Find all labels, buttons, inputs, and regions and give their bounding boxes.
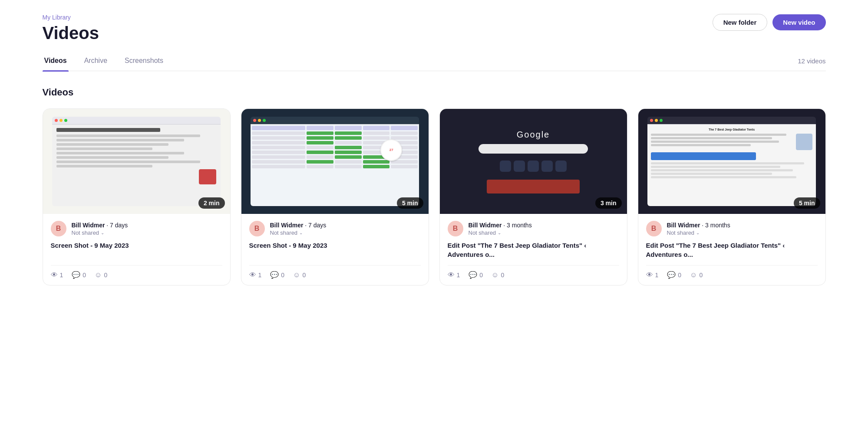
thumbnail: 27 5 min (241, 109, 429, 214)
time-ago-value: 7 days (110, 222, 128, 229)
google-search (479, 144, 588, 154)
card-info: B Bill Widmer · 3 months Not shared ⌄ (440, 214, 627, 285)
duration-badge: 5 min (397, 197, 423, 209)
chevron-down-icon: ⌄ (696, 230, 700, 235)
comments-stat: 💬 0 (469, 271, 483, 279)
separator: · (305, 222, 308, 229)
time-ago-value: 3 months (705, 222, 730, 229)
comment-icon: 💬 (469, 271, 477, 279)
sharing-label: Not shared (469, 230, 496, 236)
chevron-down-icon: ⌄ (299, 230, 303, 235)
author-name: Bill Widmer (270, 222, 304, 229)
reactions-count: 0 (104, 272, 107, 279)
comments-count: 0 (678, 272, 681, 279)
comments-stat: 💬 0 (270, 271, 284, 279)
new-video-button[interactable]: New video (772, 14, 825, 30)
new-folder-button[interactable]: New folder (713, 14, 768, 31)
avatar: B (448, 221, 463, 236)
video-card[interactable]: Google 3 min (439, 108, 627, 285)
page-title: Videos (43, 23, 826, 43)
reactions-count: 0 (501, 272, 504, 279)
reaction-icon: ☺ (95, 271, 102, 279)
reactions-stat: ☺ 0 (95, 271, 107, 279)
videos-grid: 2 min B Bill Widmer · 7 days Not shared … (43, 108, 826, 285)
section-title: Videos (43, 87, 826, 98)
video-card[interactable]: 27 5 min B Bill Widmer · 7 days (241, 108, 429, 285)
sharing-dropdown[interactable]: Not shared ⌄ (270, 230, 327, 236)
card-info: B Bill Widmer · 7 days Not shared ⌄ S (43, 214, 230, 285)
comments-count: 0 (83, 272, 86, 279)
video-title: Screen Shot - 9 May 2023 (51, 241, 222, 259)
comments-stat: 💬 0 (667, 271, 681, 279)
reactions-count: 0 (302, 272, 306, 279)
video-count: 12 videos (798, 57, 825, 71)
chevron-down-icon: ⌄ (498, 230, 501, 235)
eye-icon: 👁 (249, 271, 256, 279)
reaction-icon: ☺ (293, 271, 300, 279)
reactions-stat: ☺ 0 (293, 271, 306, 279)
card-info: B Bill Widmer · 7 days Not shared ⌄ S (241, 214, 429, 285)
tab-screenshots[interactable]: Screenshots (123, 57, 165, 71)
comments-stat: 💬 0 (72, 271, 86, 279)
tab-archive[interactable]: Archive (83, 57, 109, 71)
sharing-dropdown[interactable]: Not shared ⌄ (72, 230, 128, 236)
breadcrumb[interactable]: My Library (43, 14, 826, 21)
time-ago-value: 7 days (308, 222, 326, 229)
reactions-stat: ☺ 0 (690, 271, 703, 279)
video-card[interactable]: 2 min B Bill Widmer · 7 days Not shared … (43, 108, 231, 285)
avatar: B (646, 221, 662, 236)
card-info: B Bill Widmer · 3 months Not shared ⌄ (638, 214, 825, 285)
views-count: 1 (655, 272, 659, 279)
views-count: 1 (258, 272, 262, 279)
sharing-label: Not shared (667, 230, 695, 236)
views-stat: 👁 1 (249, 271, 262, 279)
comment-icon: 💬 (667, 271, 676, 279)
thumbnail: Google 3 min (440, 109, 627, 214)
separator: · (702, 222, 705, 229)
reactions-count: 0 (699, 272, 703, 279)
card-stats: 👁 1 💬 0 ☺ 0 (448, 265, 619, 279)
thumbnail: 2 min (43, 109, 230, 214)
video-title: Edit Post "The 7 Best Jeep Gladiator Ten… (646, 241, 818, 259)
card-stats: 👁 1 💬 0 ☺ 0 (249, 265, 421, 279)
duration-badge: 5 min (794, 197, 820, 209)
comment-icon: 💬 (270, 271, 279, 279)
comments-count: 0 (479, 272, 483, 279)
google-logo: Google (517, 130, 550, 140)
author-name: Bill Widmer (72, 222, 105, 229)
sharing-label: Not shared (72, 230, 99, 236)
time-ago: · (106, 222, 110, 229)
author-name: Bill Widmer (667, 222, 700, 229)
reaction-icon: ☺ (690, 271, 697, 279)
comments-count: 0 (281, 272, 284, 279)
avatar: B (51, 221, 66, 236)
author-name: Bill Widmer (469, 222, 502, 229)
tab-videos[interactable]: Videos (43, 57, 69, 71)
chevron-down-icon: ⌄ (101, 230, 104, 235)
card-stats: 👁 1 💬 0 ☺ 0 (51, 265, 222, 279)
eye-icon: 👁 (646, 271, 653, 279)
views-stat: 👁 1 (448, 271, 460, 279)
sharing-dropdown[interactable]: Not shared ⌄ (667, 230, 730, 236)
views-stat: 👁 1 (646, 271, 659, 279)
duration-badge: 3 min (595, 197, 622, 209)
tabs-row: Videos Archive Screenshots 12 videos (43, 57, 826, 71)
eye-icon: 👁 (51, 271, 58, 279)
thumbnail: The 7 Best Jeep Gladiator Tents (638, 109, 825, 214)
sharing-label: Not shared (270, 230, 298, 236)
avatar: B (249, 221, 265, 236)
time-ago-value: 3 months (507, 222, 532, 229)
comment-icon: 💬 (72, 271, 80, 279)
card-stats: 👁 1 💬 0 ☺ 0 (646, 265, 818, 279)
views-count: 1 (60, 272, 63, 279)
sharing-dropdown[interactable]: Not shared ⌄ (469, 230, 532, 236)
eye-icon: 👁 (448, 271, 455, 279)
reactions-stat: ☺ 0 (492, 271, 504, 279)
video-card[interactable]: The 7 Best Jeep Gladiator Tents (638, 108, 826, 285)
views-count: 1 (457, 272, 460, 279)
video-title: Edit Post "The 7 Best Jeep Gladiator Ten… (448, 241, 619, 259)
reaction-icon: ☺ (492, 271, 498, 279)
video-title: Screen Shot - 9 May 2023 (249, 241, 421, 259)
views-stat: 👁 1 (51, 271, 63, 279)
duration-badge: 2 min (198, 197, 225, 209)
